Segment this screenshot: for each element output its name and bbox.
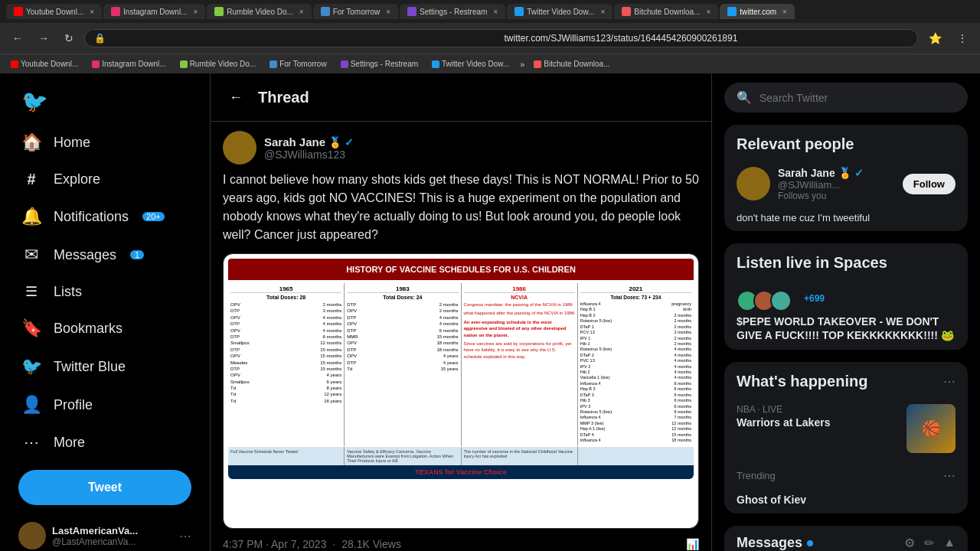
tab-twitter-active[interactable]: twitter.com × [720, 4, 795, 19]
forward-button[interactable]: → [34, 29, 54, 47]
vaccine-image-header: HISTORY OF VACCINE SCHEDULES FOR U.S. CH… [228, 259, 694, 280]
bookmark-settings[interactable]: Settings - Restream [336, 58, 423, 70]
whats-happening-title: What's happening [737, 373, 867, 390]
back-arrow-button[interactable]: ← [223, 84, 249, 110]
nav-profile[interactable]: 👤 Profile [12, 387, 198, 422]
whats-happening-section: What's happening ⋯ NBA · LIVE Warriors a… [724, 362, 968, 514]
tweet-stats-icon[interactable]: 📊 [686, 538, 699, 550]
messages-settings-icon[interactable]: ⚙ [904, 536, 915, 550]
col-2021-doses: Total Doses: 73 + 234 [580, 295, 691, 300]
follow-button[interactable]: Follow [903, 174, 956, 194]
tweet-author: Sarah Jane 🏅 ✓ @SJWilliams123 [223, 131, 699, 165]
relevant-people-title: Relevant people [724, 125, 968, 159]
browser-controls: ← → ↻ 🔒 twitter.com/SJWilliams123/status… [0, 23, 980, 54]
messages-title: Messages [737, 535, 813, 551]
tweet-container: Sarah Jane 🏅 ✓ @SJWilliams123 I cannot b… [211, 122, 711, 551]
tweet-author-info: Sarah Jane 🏅 ✓ @SJWilliams123 [264, 135, 354, 161]
thread-header: ← Thread [211, 73, 711, 122]
browser-tabs: Youtube Downl... × Instagram Downl... × … [0, 0, 980, 23]
bookmark-rumble[interactable]: Rumble Video Do... [175, 58, 261, 70]
messages-compose-icon[interactable]: ✏ [924, 536, 934, 550]
tweet-views: 28.1K Views [341, 538, 401, 550]
trending-item-ghost[interactable]: Ghost of Kiev [724, 486, 968, 514]
refresh-button[interactable]: ↻ [60, 29, 78, 47]
extensions-button[interactable]: ⭐ [924, 29, 946, 47]
person-gold-badge: 🏅 [838, 167, 851, 179]
main-app: 🐦 🏠 Home # Explore 🔔 Notifications 20+ ✉… [0, 73, 980, 551]
spaces-avatars-row [737, 290, 787, 311]
spaces-section: Listen live in Spaces +699 $PEPE WORLD T… [724, 243, 968, 350]
happening-title: Warriors at Lakers [737, 416, 830, 429]
nav-messages[interactable]: ✉ Messages 1 [12, 237, 198, 272]
tweet-handle: @SJWilliams123 [264, 148, 354, 161]
twitter-blue-icon: 🐦 [21, 357, 41, 377]
trending-more-icon[interactable]: ⋯ [943, 468, 956, 483]
left-sidebar: 🐦 🏠 Home # Explore 🔔 Notifications 20+ ✉… [0, 73, 211, 551]
tweet-author-name: Sarah Jane 🏅 ✓ [264, 135, 354, 148]
person-name: Sarah Jane 🏅 ✓ [778, 167, 895, 179]
whats-happening-more-icon[interactable]: ⋯ [943, 374, 956, 389]
nav-lists[interactable]: ☰ Lists [12, 276, 198, 308]
bookmark-bitchute[interactable]: Bitchute Downloa... [529, 58, 614, 70]
bookmark-twittervideo[interactable]: Twitter Video Dow... [427, 58, 514, 70]
back-button[interactable]: ← [8, 29, 28, 47]
person-bio: don't hate me cuz I'm tweetiful [724, 209, 968, 231]
spaces-item[interactable]: +699 $PEPE WORLD TAKEOVER - WE DON'T GIV… [724, 278, 968, 350]
search-input[interactable] [760, 92, 956, 104]
sidebar-user-more-icon: ⋯ [179, 529, 191, 543]
tab-twittervideo[interactable]: Twitter Video Dow... × [507, 4, 612, 19]
tweet-author-avatar[interactable] [223, 131, 256, 165]
sidebar-user[interactable]: LastAmericanVa... @LastAmericanVa... ⋯ [12, 514, 198, 551]
bottom-note-3: The number of vaccines in the National C… [462, 447, 577, 465]
nav-notifications[interactable]: 🔔 Notifications 20+ [12, 199, 198, 234]
bookmark-youtube[interactable]: Youtube Downl... [6, 58, 83, 70]
col-1986-header: 1986 [464, 285, 575, 293]
tab-bitchute[interactable]: Bitchute Downloa... × [614, 4, 718, 19]
notifications-icon: 🔔 [21, 207, 41, 227]
nav-home[interactable]: 🏠 Home [12, 125, 198, 160]
tab-rumble[interactable]: Rumble Video Do... × [207, 4, 311, 19]
browser-chrome: Youtube Downl... × Instagram Downl... × … [0, 0, 980, 73]
person-handle: @SJWilliam... [778, 179, 895, 191]
spaces-avatar-3 [770, 290, 792, 311]
tweet-image[interactable]: HISTORY OF VACCINE SCHEDULES FOR U.S. CH… [223, 253, 699, 529]
col-1983-vaccines: DTP2 months OPV2 months DTP4 months OPV4… [347, 302, 458, 372]
bookmarks-icon: 🔖 [21, 318, 41, 338]
spaces-count: +699 [804, 293, 825, 304]
nav-bookmarks[interactable]: 🔖 Bookmarks [12, 311, 198, 346]
home-icon: 🏠 [21, 132, 41, 152]
twitter-logo[interactable]: 🐦 [12, 80, 198, 123]
search-box[interactable]: 🔍 [724, 83, 968, 112]
happening-item-nba[interactable]: NBA · LIVE Warriors at Lakers 🏀 [724, 396, 968, 461]
menu-button[interactable]: ⋮ [952, 29, 972, 47]
messages-notification-dot [807, 540, 813, 546]
bookmark-separator: » [520, 60, 524, 69]
tweet-button[interactable]: Tweet [18, 470, 191, 505]
relevant-person: Sarah Jane 🏅 ✓ @SJWilliam... Follows you… [724, 159, 968, 209]
nav-more[interactable]: ⋯ More [12, 425, 198, 459]
col-1965-header: 1965 [230, 285, 341, 293]
tab-fortomorrow[interactable]: For Tomorrow × [313, 4, 398, 19]
bookmark-instagram[interactable]: Instagram Downl... [87, 58, 170, 70]
address-bar[interactable]: 🔒 twitter.com/SJWilliams123/status/16444… [84, 29, 918, 47]
verified-blue-badge: ✓ [345, 136, 354, 148]
messages-collapse-icon[interactable]: ▲ [943, 536, 956, 550]
tab-youtube[interactable]: Youtube Downl... × [6, 4, 102, 19]
vaccine-image-footer: TEXANS for Vaccine Choice [228, 465, 694, 479]
col-1986-text: Congress mandate: the passing of the NCV… [464, 302, 575, 360]
explore-icon: # [21, 171, 41, 188]
center-content: ← Thread Sarah Jane 🏅 ✓ @SJWilliams123 I… [211, 73, 712, 551]
nav-twitter-blue[interactable]: 🐦 Twitter Blue [12, 349, 198, 384]
bottom-note-1: Full Vaccine Schedule Never Tested [228, 447, 344, 465]
col-1965-doses: Total Doses: 28 [230, 295, 341, 300]
tab-restream[interactable]: Settings - Restream × [400, 4, 505, 19]
sidebar-user-avatar [18, 522, 46, 549]
col-1983-header: 1983 [347, 285, 458, 293]
person-info: Sarah Jane 🏅 ✓ @SJWilliam... Follows you [778, 167, 895, 201]
tab-instagram[interactable]: Instagram Downl... × [103, 4, 205, 19]
nav-explore[interactable]: # Explore [12, 163, 198, 196]
bookmark-fortomorrow[interactable]: Listen live in Spaces For Tomorrow [265, 58, 332, 70]
person-avatar[interactable] [737, 167, 770, 201]
happening-meta: NBA · LIVE [737, 404, 830, 415]
more-icon: ⋯ [21, 433, 41, 452]
